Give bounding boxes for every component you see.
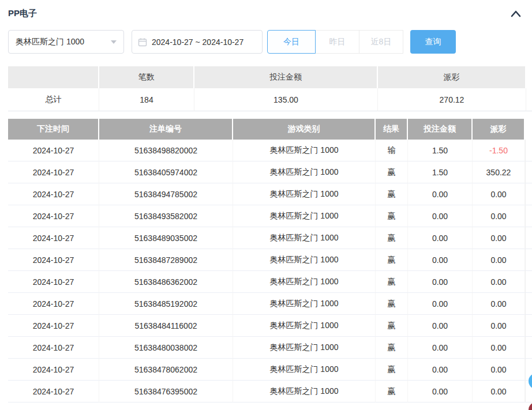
bet-payout: 0.00 xyxy=(473,249,525,271)
quick-range-button[interactable]: 昨日 xyxy=(315,30,359,54)
bet-payout: 0.00 xyxy=(473,381,525,403)
bet-id: 51638487289002 xyxy=(99,249,233,271)
bet-id: 51638476395002 xyxy=(99,381,233,403)
bet-amount: 0.00 xyxy=(408,205,473,227)
filter-bar: 奥林匹斯之门 1000 2024-10-27 ~ 2024-10-27 今日 昨… xyxy=(8,30,532,54)
bet-header-cell: 下注时间 xyxy=(8,119,99,140)
bet-result: 赢 xyxy=(376,161,408,183)
summary-table: 笔数 投注金额 派彩 总计 184 135.00 270.12 xyxy=(8,66,532,111)
bet-game: 奥林匹斯之门 1000 xyxy=(233,140,376,161)
bet-amount: 1.50 xyxy=(408,161,473,183)
bet-payout: -1.50 xyxy=(473,140,525,161)
summary-count: 184 xyxy=(99,88,194,111)
bet-amount: 0.00 xyxy=(408,183,473,205)
bet-game: 奥林匹斯之门 1000 xyxy=(233,161,376,183)
bet-time: 2024-10-27 xyxy=(8,249,99,271)
bet-overflow-cell xyxy=(525,161,532,183)
chevron-up-icon[interactable] xyxy=(510,10,522,18)
bet-result: 输 xyxy=(376,140,408,161)
bet-time: 2024-10-27 xyxy=(8,381,99,403)
bet-time: 2024-10-27 xyxy=(8,271,99,293)
bet-result: 赢 xyxy=(376,381,408,403)
quick-range-group: 今日 昨日 近8日 xyxy=(267,30,403,54)
quick-range-button[interactable]: 今日 xyxy=(267,30,316,54)
bet-header-cell: 投注金额 xyxy=(408,119,473,140)
bet-row: 2024-10-27 51638487289002 奥林匹斯之门 1000 赢 … xyxy=(8,249,532,271)
bet-row: 2024-10-27 51638494785002 奥林匹斯之门 1000 赢 … xyxy=(8,183,532,205)
bet-time: 2024-10-27 xyxy=(8,140,99,161)
bet-game: 奥林匹斯之门 1000 xyxy=(233,293,376,315)
bet-result: 赢 xyxy=(376,227,408,249)
bet-id: 51638486362002 xyxy=(99,271,233,293)
bet-id: 51638480038002 xyxy=(99,337,233,359)
bet-id: 51638498820002 xyxy=(99,140,233,161)
bet-game: 奥林匹斯之门 1000 xyxy=(233,359,376,381)
page-title: PP电子 xyxy=(8,8,37,19)
bet-row: 2024-10-27 51638498820002 奥林匹斯之门 1000 输 … xyxy=(8,140,532,161)
bet-time: 2024-10-27 xyxy=(8,293,99,315)
bet-id: 51638478062002 xyxy=(99,359,233,381)
bet-row: 2024-10-27 51638484116002 奥林匹斯之门 1000 赢 … xyxy=(8,315,532,337)
summary-header-cell: 笔数 xyxy=(99,66,194,88)
bet-header-cell: 游戏类别 xyxy=(233,119,376,140)
bet-amount: 0.00 xyxy=(408,381,473,403)
bet-header-cell: 结果 xyxy=(376,119,408,140)
summary-header-row: 笔数 投注金额 派彩 xyxy=(8,66,532,88)
bet-payout: 0.00 xyxy=(473,271,525,293)
panel-header: PP电子 xyxy=(8,8,532,19)
bet-row: 2024-10-27 51638489035002 奥林匹斯之门 1000 赢 … xyxy=(8,227,532,249)
bet-game: 奥林匹斯之门 1000 xyxy=(233,183,376,205)
summary-payout: 270.12 xyxy=(378,88,526,111)
bet-payout: 0.00 xyxy=(473,315,525,337)
bet-overflow-cell xyxy=(525,293,532,315)
summary-total-row: 总计 184 135.00 270.12 xyxy=(8,88,532,111)
game-select[interactable]: 奥林匹斯之门 1000 xyxy=(8,30,124,54)
bet-row: 2024-10-27 51638476395002 奥林匹斯之门 1000 赢 … xyxy=(8,381,532,403)
bet-result: 赢 xyxy=(376,205,408,227)
summary-header-cell: 派彩 xyxy=(378,66,526,88)
bet-result: 赢 xyxy=(376,315,408,337)
bet-overflow-cell xyxy=(525,337,532,359)
calendar-icon xyxy=(138,37,147,47)
bet-amount: 0.00 xyxy=(408,293,473,315)
bet-row: 2024-10-27 51638485192002 奥林匹斯之门 1000 赢 … xyxy=(8,293,532,315)
bet-game: 奥林匹斯之门 1000 xyxy=(233,205,376,227)
date-range-value: 2024-10-27 ~ 2024-10-27 xyxy=(152,37,243,47)
floating-promo-button[interactable] xyxy=(529,402,532,410)
bet-header-cell: 派彩 xyxy=(473,119,525,140)
bet-payout: 0.00 xyxy=(473,337,525,359)
bet-overflow-cell xyxy=(525,140,532,161)
game-select-value: 奥林匹斯之门 1000 xyxy=(16,37,84,47)
bet-row: 2024-10-27 51638480038002 奥林匹斯之门 1000 赢 … xyxy=(8,337,532,359)
bet-time: 2024-10-27 xyxy=(8,315,99,337)
summary-overflow-cell xyxy=(526,88,532,111)
date-range-picker[interactable]: 2024-10-27 ~ 2024-10-27 xyxy=(132,30,263,54)
bet-game: 奥林匹斯之门 1000 xyxy=(233,271,376,293)
bet-result: 赢 xyxy=(376,183,408,205)
bet-game: 奥林匹斯之门 1000 xyxy=(233,227,376,249)
bet-time: 2024-10-27 xyxy=(8,227,99,249)
bet-time: 2024-10-27 xyxy=(8,337,99,359)
search-button[interactable]: 查询 xyxy=(410,30,456,54)
bet-overflow-header xyxy=(525,119,532,140)
bet-row: 2024-10-27 51638478062002 奥林匹斯之门 1000 赢 … xyxy=(8,359,532,381)
bet-header-row: 下注时间 注单编号 游戏类别 结果 投注金额 派彩 xyxy=(8,119,532,140)
bet-id: 51638493582002 xyxy=(99,205,233,227)
bet-overflow-cell xyxy=(525,227,532,249)
pp-electronic-panel: PP电子 奥林匹斯之门 1000 2024-10-27 ~ 2024-10-27… xyxy=(0,0,532,403)
bet-amount: 0.00 xyxy=(408,249,473,271)
bet-amount: 1.50 xyxy=(408,140,473,161)
bet-id: 51638494785002 xyxy=(99,183,233,205)
bet-overflow-cell xyxy=(525,205,532,227)
bet-id: 51638405974002 xyxy=(99,161,233,183)
summary-header-cell: 投注金额 xyxy=(194,66,378,88)
bet-row: 2024-10-27 51638486362002 奥林匹斯之门 1000 赢 … xyxy=(8,271,532,293)
bet-game: 奥林匹斯之门 1000 xyxy=(233,249,376,271)
bet-result: 赢 xyxy=(376,271,408,293)
bet-time: 2024-10-27 xyxy=(8,161,99,183)
quick-range-button[interactable]: 近8日 xyxy=(359,30,403,54)
bet-table: 下注时间 注单编号 游戏类别 结果 投注金额 派彩 2024-10-27 xyxy=(8,119,532,403)
bet-payout: 0.00 xyxy=(473,227,525,249)
bet-amount: 0.00 xyxy=(408,271,473,293)
bet-amount: 0.00 xyxy=(408,359,473,381)
